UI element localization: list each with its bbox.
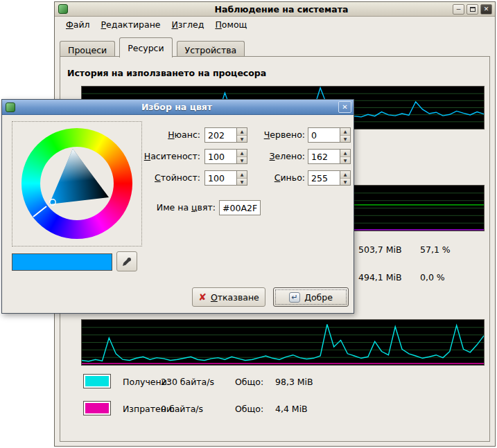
received-total: 98,3 MiB <box>275 377 313 387</box>
menu-view[interactable]: Изглед <box>166 17 210 32</box>
sent-total-label: Общо: <box>235 404 263 414</box>
dialog-close-button[interactable]: ✕ <box>338 101 351 113</box>
red-label: Червено: <box>241 127 305 143</box>
menu-edit[interactable]: Редактиране <box>96 17 166 32</box>
network-sent-row: Изпратени: 0 байта/s Общо: 4,4 MiB <box>60 400 489 417</box>
spin-up-icon[interactable]: ▲ <box>340 150 350 156</box>
received-total-label: Общо: <box>235 377 263 387</box>
eyedropper-button[interactable] <box>116 251 137 271</box>
sent-rate: 0 байта/s <box>161 404 203 414</box>
dialog-title: Избор на цвят <box>15 102 338 112</box>
tab-resources[interactable]: Ресурси <box>119 37 172 57</box>
ok-icon: ↵ <box>289 292 300 303</box>
color-name-label: Име на цвят: <box>127 200 216 215</box>
red-input[interactable] <box>308 128 340 142</box>
cancel-button[interactable]: ✘ Отказване <box>192 287 265 307</box>
spin-up-icon[interactable]: ▲ <box>340 171 350 178</box>
memory-used-percent: 57,1 % <box>420 244 451 255</box>
swap-used-percent: 0,0 % <box>420 272 445 283</box>
swap-used-value: 494,1 MiB <box>358 272 402 283</box>
saturation-label: Наситеност: <box>127 149 200 164</box>
menubar: Файл Редактиране Изглед Помощ <box>55 17 495 32</box>
maximize-icon <box>470 7 476 12</box>
close-button[interactable]: ✕ <box>480 4 492 15</box>
minimize-button[interactable]: − <box>453 4 464 15</box>
cancel-icon: ✘ <box>198 292 207 302</box>
color-picker-dialog: Избор на цвят ✕ Нюанс: Наситеност: Стойн… <box>1 99 354 314</box>
green-spinner[interactable]: ▲▼ <box>308 149 351 164</box>
cpu-history-title: История на използването на процесора <box>67 68 266 78</box>
sent-color-swatch[interactable] <box>83 401 111 415</box>
spin-down-icon[interactable]: ▼ <box>340 135 350 143</box>
value-label: Стойност: <box>127 170 200 186</box>
network-received-row: Получени: 230 байта/s Общо: 98,3 MiB <box>60 373 489 390</box>
color-preview <box>12 253 112 271</box>
ok-button[interactable]: ↵ Добре <box>273 287 349 307</box>
dialog-titlebar[interactable]: Избор на цвят ✕ <box>2 100 354 115</box>
saturation-input[interactable] <box>205 150 236 163</box>
spin-down-icon[interactable]: ▼ <box>340 178 350 186</box>
hue-input[interactable] <box>205 128 236 142</box>
value-input[interactable] <box>205 171 236 185</box>
menu-help[interactable]: Помощ <box>209 17 252 32</box>
spin-up-icon[interactable]: ▲ <box>340 128 350 135</box>
green-input[interactable] <box>308 150 340 163</box>
received-color-swatch[interactable] <box>83 374 111 388</box>
network-history-chart <box>81 319 485 366</box>
sent-total: 4,4 MiB <box>275 404 308 414</box>
menu-file[interactable]: Файл <box>60 17 96 32</box>
window-title: Наблюдение на системата <box>68 4 495 15</box>
tab-bar: Процеси Ресурси Устройства <box>60 37 490 57</box>
main-titlebar[interactable]: Наблюдение на системата − ✕ <box>55 2 495 17</box>
color-name-input[interactable] <box>219 200 261 215</box>
blue-label: Синьо: <box>241 170 305 186</box>
hue-label: Нюанс: <box>127 127 200 143</box>
received-rate: 230 байта/s <box>161 377 214 387</box>
memory-used-value: 503,7 MiB <box>358 244 402 255</box>
blue-spinner[interactable]: ▲▼ <box>308 170 351 186</box>
eyedropper-icon <box>121 256 132 267</box>
dialog-icon <box>6 102 15 112</box>
app-icon <box>58 4 68 14</box>
blue-input[interactable] <box>308 171 340 185</box>
green-label: Зелено: <box>241 149 305 164</box>
hue-marker[interactable] <box>33 206 46 217</box>
maximize-button[interactable] <box>467 4 478 15</box>
spin-down-icon[interactable]: ▼ <box>340 156 350 164</box>
red-spinner[interactable]: ▲▼ <box>308 127 351 143</box>
hsv-triangle[interactable] <box>21 128 132 239</box>
color-wheel-area[interactable] <box>12 121 142 247</box>
